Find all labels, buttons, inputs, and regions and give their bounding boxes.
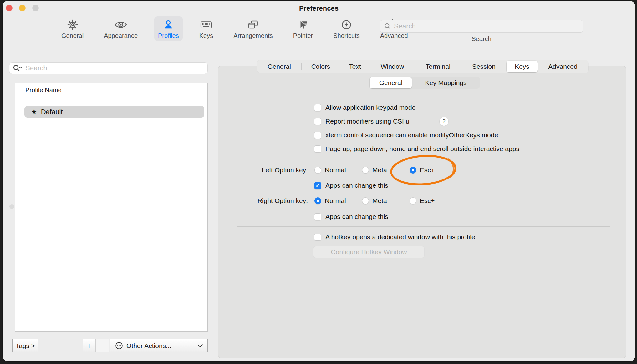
right-option-key-label: Right Option key: (218, 197, 308, 205)
radio-label: Normal (325, 166, 346, 174)
radio-right-normal[interactable] (314, 197, 321, 204)
window-title: Preferences (3, 4, 635, 13)
toolbar-label: Arrangements (233, 32, 273, 39)
radio-label: Esc+ (420, 166, 435, 174)
divider (237, 159, 610, 159)
remove-profile-button[interactable]: − (95, 339, 109, 352)
keys-subtabbar: General Key Mappings (370, 77, 480, 89)
toolbar-search-caption: Search (380, 35, 583, 43)
toolbar-label: Keys (199, 32, 213, 39)
checkbox-csi-u[interactable] (314, 118, 321, 125)
toolbar-item-pointer[interactable]: Pointer (289, 16, 317, 41)
radio-left-normal[interactable] (314, 167, 321, 174)
eye-icon (114, 18, 127, 31)
toolbar-item-shortcuts[interactable]: Shortcuts (329, 16, 363, 41)
radio-label: Meta (372, 197, 387, 205)
other-actions-dropdown[interactable]: Other Actions... (110, 339, 208, 352)
checkbox-label: xterm control sequence can enable modify… (325, 131, 498, 139)
checkbox-row: xterm control sequence can enable modify… (314, 130, 498, 140)
radio-left-esc[interactable] (410, 167, 416, 174)
profile-search-field[interactable] (9, 62, 208, 74)
pointer-icon (297, 18, 310, 31)
configure-hotkey-window-button[interactable]: Configure Hotkey Window (313, 246, 425, 258)
lightning-icon (340, 18, 353, 31)
checkbox-row: Report modifiers using CSI u (314, 117, 409, 126)
help-button[interactable]: ? (440, 117, 448, 126)
radio-right-meta[interactable] (362, 197, 369, 204)
checkbox-hotkey-window[interactable] (314, 234, 321, 241)
checkbox-label: Page up, page down, home and end scroll … (325, 145, 519, 153)
radio-label: Meta (372, 166, 387, 174)
toolbar-label: Appearance (104, 32, 138, 39)
checkbox-label: Apps can change this (325, 182, 388, 189)
keyboard-icon (200, 18, 213, 31)
radio-left-meta[interactable] (362, 167, 369, 174)
preferences-window: Preferences General (3, 1, 635, 361)
tags-button[interactable]: Tags > (12, 339, 38, 352)
hotkey-row: A hotkey opens a dedicated window with t… (314, 232, 477, 242)
star-icon: ★ (31, 109, 37, 115)
checkbox-label: Apps can change this (325, 213, 388, 220)
checkbox-left-apps-change[interactable]: ✓ (314, 182, 321, 189)
checkbox-keypad-mode[interactable] (314, 104, 321, 111)
divider (237, 226, 610, 227)
toolbar-label: Shortcuts (333, 32, 359, 39)
toolbar-label: Pointer (293, 32, 313, 39)
tab-keys[interactable]: Keys (507, 61, 538, 72)
radio-label: Esc+ (420, 197, 435, 205)
profile-tabbar: General Colors Text Window Terminal Sess… (257, 60, 588, 73)
gear-icon (66, 18, 79, 31)
keys-settings-panel: General Colors Text Window Terminal Sess… (218, 66, 626, 358)
toolbar-item-keys[interactable]: Keys (196, 16, 217, 41)
tab-general[interactable]: General (257, 60, 301, 73)
profile-list-header: Profile Name (15, 83, 207, 98)
search-scope-icon[interactable] (13, 64, 23, 72)
radio-label: Normal (325, 197, 346, 205)
profile-search-input[interactable] (25, 64, 204, 72)
tab-window[interactable]: Window (370, 60, 415, 73)
left-option-key-label: Left Option key: (218, 166, 308, 174)
tab-text[interactable]: Text (340, 60, 370, 73)
toolbar-label: Profiles (158, 32, 179, 39)
profile-name: Default (41, 108, 63, 116)
subtab-general[interactable]: General (370, 77, 412, 88)
profile-row-default[interactable]: ★ Default (24, 106, 204, 118)
checkbox-row: Page up, page down, home and end scroll … (314, 144, 519, 154)
checkbox-row: Allow application keypad mode (314, 103, 415, 112)
chevron-down-icon (197, 344, 203, 348)
toolbar-item-profiles[interactable]: Profiles (154, 16, 183, 41)
checkbox-right-apps-change[interactable] (314, 213, 321, 220)
checkbox-label: Report modifiers using CSI u (325, 118, 409, 125)
add-profile-button[interactable]: + (83, 339, 96, 352)
checkbox-label: Allow application keypad mode (325, 104, 415, 111)
tab-session[interactable]: Session (461, 60, 507, 73)
toolbar-item-general[interactable]: General (58, 16, 87, 41)
toolbar-label: General (61, 32, 84, 39)
right-option-key-row: Right Option key: Normal Meta Esc+ (218, 196, 626, 205)
toolbar-search: Search (380, 20, 583, 43)
toolbar-item-appearance[interactable]: Appearance (100, 16, 141, 41)
other-actions-label: Other Actions... (126, 342, 194, 350)
search-icon (384, 23, 391, 30)
splitter-dot (9, 204, 14, 209)
ellipsis-circle-icon (115, 341, 123, 350)
toolbar-search-input[interactable] (394, 22, 579, 30)
tab-advanced[interactable]: Advanced (538, 60, 588, 73)
right-apps-can-change-row: Apps can change this (314, 212, 388, 221)
left-option-key-row: Left Option key: Normal Meta Esc+ (218, 165, 626, 175)
tab-terminal[interactable]: Terminal (415, 60, 461, 73)
radio-right-esc[interactable] (410, 197, 416, 204)
windows-icon (247, 18, 260, 31)
toolbar-search-field[interactable] (380, 20, 583, 33)
person-icon (162, 18, 175, 31)
checkbox-label: A hotkey opens a dedicated window with t… (325, 233, 477, 241)
checkbox-modify-other-keys[interactable] (314, 132, 321, 139)
left-apps-can-change-row: ✓ Apps can change this (314, 181, 388, 190)
toolbar: General Appearance Profiles (58, 16, 412, 41)
tab-colors[interactable]: Colors (301, 60, 340, 73)
profile-list: Profile Name ★ Default (15, 83, 208, 332)
checkbox-scroll-outside-apps[interactable] (314, 145, 321, 153)
toolbar-item-arrangements[interactable]: Arrangements (230, 16, 277, 41)
subtab-key-mappings[interactable]: Key Mappings (412, 77, 480, 89)
